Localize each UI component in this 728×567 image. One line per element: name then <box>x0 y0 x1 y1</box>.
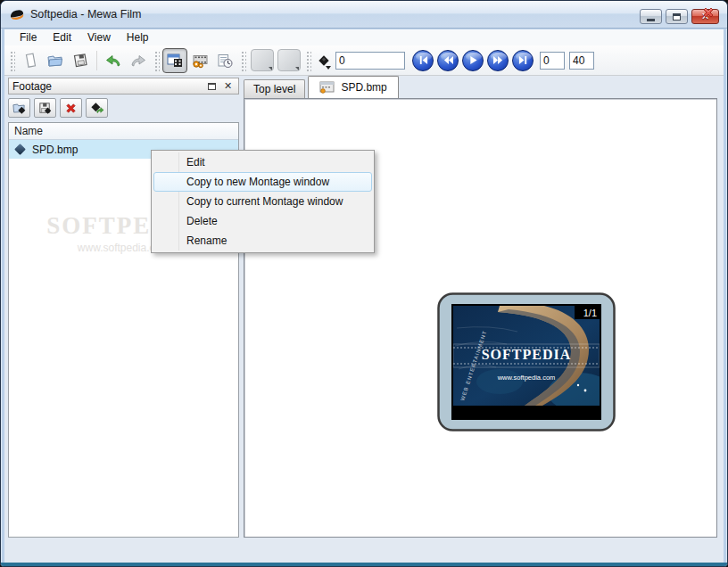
footage-panel-title: Footage <box>12 80 203 93</box>
current-frame-input[interactable] <box>335 52 405 70</box>
preview-title-text: SOFTPEDIA <box>482 347 572 362</box>
maximize-icon <box>673 13 681 21</box>
disabled-tool-button-2[interactable] <box>277 49 301 71</box>
context-menu-item-edit[interactable]: Edit <box>153 152 372 172</box>
toolbar-grip[interactable] <box>240 50 246 71</box>
toolbar-separator <box>96 51 97 70</box>
montage-tab-bar: Top level SPD.bmp <box>244 76 718 98</box>
tab-label: Top level <box>253 83 295 95</box>
new-project-button[interactable] <box>18 48 43 73</box>
menu-bar: File Edit View Help <box>4 29 724 45</box>
menu-file[interactable]: File <box>12 30 45 45</box>
softpedia-logo-icon <box>9 7 25 23</box>
montage-window-icon <box>166 52 184 70</box>
list-clock-icon <box>216 52 234 70</box>
menu-item-label: Copy to current Montage window <box>186 195 343 208</box>
menu-item-label: Copy to new Montage window <box>186 176 329 188</box>
rewind-button[interactable] <box>437 50 459 71</box>
toolbar-grip[interactable] <box>305 50 311 71</box>
footage-toolbar <box>8 98 239 120</box>
play-icon <box>468 55 478 65</box>
panel-float-button[interactable] <box>205 80 219 93</box>
reload-footage-button[interactable] <box>86 98 108 118</box>
footage-preview-widget[interactable]: SOFTPEDIA www.softpedia.com WEB ENTERTAI… <box>437 292 616 431</box>
floppy-diamond-icon <box>37 101 53 116</box>
close-tab-button[interactable] <box>700 4 716 21</box>
maximize-button[interactable] <box>666 9 688 24</box>
dropdown-caret-icon <box>326 66 331 70</box>
context-menu-item-delete[interactable]: Delete <box>153 211 372 231</box>
tab-label: SPD.bmp <box>341 81 386 94</box>
preview-page-indicator: 1/1 <box>583 308 597 318</box>
open-folder-icon <box>46 52 64 70</box>
dropdown-corner-icon <box>269 67 272 70</box>
minimize-icon <box>647 19 655 21</box>
main-toolbar <box>4 45 724 76</box>
panel-close-button[interactable]: ✕ <box>221 80 235 93</box>
marker-dropdown-button[interactable] <box>314 48 334 73</box>
dropdown-corner-icon <box>295 67 299 70</box>
save-footage-button[interactable] <box>34 98 56 118</box>
menu-help[interactable]: Help <box>119 30 157 45</box>
footage-row-label: SPD.bmp <box>32 144 78 156</box>
redo-button[interactable] <box>126 48 151 73</box>
window-bottom-edge <box>1 563 727 566</box>
skip-start-icon <box>418 55 428 65</box>
footage-panel-header[interactable]: Footage ✕ <box>8 78 239 94</box>
footage-diamond-icon <box>14 144 26 155</box>
import-footage-button[interactable] <box>8 98 30 118</box>
render-montage-button[interactable] <box>187 48 212 73</box>
go-to-end-button[interactable] <box>512 50 534 71</box>
column-header-label: Name <box>14 125 43 137</box>
fast-forward-icon <box>493 55 503 65</box>
film-window-icon <box>319 81 335 94</box>
footage-name-column-header[interactable]: Name <box>9 123 238 140</box>
menu-item-label: Rename <box>186 234 227 247</box>
rewind-icon <box>443 55 453 65</box>
folder-diamond-icon <box>12 101 27 116</box>
window-title: Softpedia - Mewa Film <box>30 8 141 21</box>
range-end-input[interactable] <box>569 52 594 70</box>
footage-panel: Footage ✕ <box>8 78 239 538</box>
undo-arrow-icon <box>104 52 122 70</box>
context-menu-item-rename[interactable]: Rename <box>153 231 372 251</box>
save-floppy-icon <box>71 52 89 70</box>
footage-context-menu: Edit Copy to new Montage window Copy to … <box>151 150 375 253</box>
undo-button[interactable] <box>101 48 126 73</box>
menu-view[interactable]: View <box>79 30 119 45</box>
context-menu-item-copy-new-montage[interactable]: Copy to new Montage window <box>153 172 372 192</box>
menu-item-label: Delete <box>186 215 218 227</box>
diamond-green-arrow-icon <box>89 101 104 116</box>
application-window: Softpedia - Mewa Film ✕ File Edit View H… <box>0 0 728 567</box>
open-project-button[interactable] <box>43 48 68 73</box>
fast-forward-button[interactable] <box>487 50 509 71</box>
go-to-start-button[interactable] <box>412 50 434 71</box>
menu-item-label: Edit <box>186 156 205 168</box>
minimize-button[interactable] <box>640 9 662 24</box>
toolbar-grip[interactable] <box>9 50 15 71</box>
toolbar-grip[interactable] <box>153 50 160 71</box>
film-gears-icon <box>191 52 209 70</box>
disabled-tool-button-1[interactable] <box>251 49 274 71</box>
show-montage-window-button[interactable] <box>162 48 187 73</box>
tab-top-level[interactable]: Top level <box>244 79 305 98</box>
float-icon <box>208 83 216 90</box>
context-menu-item-copy-current-montage[interactable]: Copy to current Montage window <box>153 192 372 211</box>
preview-url-text: www.softpedia.com <box>497 374 556 382</box>
red-close-icon <box>701 5 716 20</box>
delete-footage-button[interactable] <box>60 98 82 118</box>
new-file-icon <box>21 52 39 70</box>
redo-arrow-icon <box>129 52 147 70</box>
red-x-icon <box>63 101 79 116</box>
render-queue-button[interactable] <box>212 48 237 73</box>
range-start-input[interactable] <box>540 52 565 70</box>
play-button[interactable] <box>462 50 484 71</box>
skip-end-icon <box>518 55 528 65</box>
menu-edit[interactable]: Edit <box>45 30 79 45</box>
close-icon: ✕ <box>224 81 232 91</box>
save-project-button[interactable] <box>68 48 93 73</box>
title-bar[interactable]: Softpedia - Mewa Film ✕ <box>1 1 727 29</box>
tab-spd-bmp[interactable]: SPD.bmp <box>308 76 398 98</box>
